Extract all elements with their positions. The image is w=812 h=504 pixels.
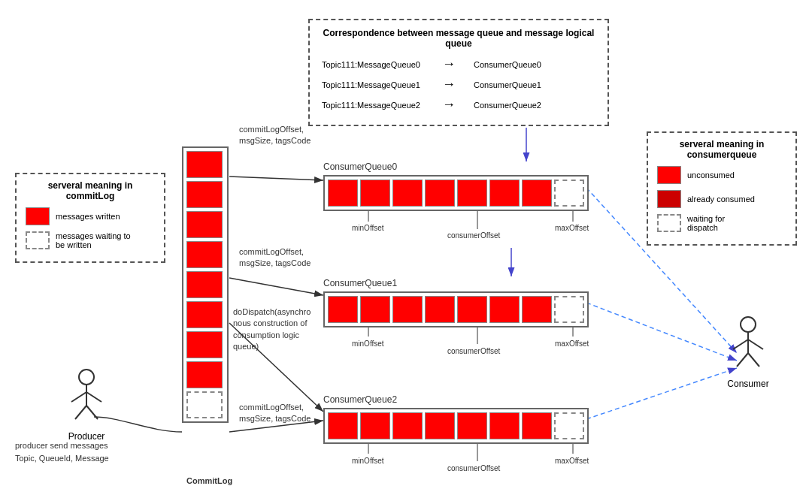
queue1-cell-3 <box>425 296 455 323</box>
correspondence-from-1: Topic111:MessageQueue1 <box>322 80 427 89</box>
annotation-arrow1: commitLogOffset,msgSize, tagsCode <box>239 124 311 147</box>
queue0-cell-3 <box>425 180 455 207</box>
svg-line-4 <box>229 278 323 295</box>
queue1-cell-0 <box>328 296 358 323</box>
queue0-cell-6 <box>522 180 552 207</box>
annotation-arrow2: commitLogOffset,msgSize, tagsCode <box>239 246 311 270</box>
queue1-max-offset: maxOffset <box>555 340 589 348</box>
queue1-cell-6 <box>522 296 552 323</box>
correspondence-legend: Correspondence between message queue and… <box>308 19 609 126</box>
correspondence-row-2: Topic111:MessageQueue2 → ConsumerQueue2 <box>322 97 595 113</box>
legend-label-written: messages written <box>56 212 120 221</box>
queue0-max-offset: maxOffset <box>555 224 589 232</box>
red-box-consumed <box>657 190 681 208</box>
commitlog-cell-6 <box>186 331 223 358</box>
queue2-wrapper: ConsumerQueue2 <box>323 394 589 444</box>
commitlog-label: CommitLog <box>186 476 232 485</box>
commitlog-legend-title: serveral meaning incommitLog <box>26 180 155 201</box>
commitlog-cell-4 <box>186 271 223 298</box>
queue1-cell-5 <box>489 296 520 323</box>
commitlog-cell-1 <box>186 181 223 208</box>
consumerqueue-legend: serveral meaning inconsumerqueue unconsu… <box>647 131 797 246</box>
consumerqueue-legend-title: serveral meaning inconsumerqueue <box>657 139 786 160</box>
red-box-written <box>26 207 50 225</box>
svg-line-29 <box>86 406 98 419</box>
queue1-cells <box>323 291 589 327</box>
queue1-name: ConsumerQueue1 <box>323 278 589 288</box>
queue1-cell-7 <box>554 296 584 323</box>
queue1-cell-2 <box>392 296 423 323</box>
correspondence-title: Correspondence between message queue and… <box>322 28 595 49</box>
svg-line-28 <box>75 406 86 419</box>
correspondence-to-0: ConsumerQueue0 <box>474 60 541 69</box>
correspondence-from-0: Topic111:MessageQueue0 <box>322 60 427 69</box>
svg-line-26 <box>71 392 86 402</box>
consumer-label: Consumer <box>726 379 771 389</box>
cq-legend-consumed: already consumed <box>657 190 786 208</box>
cq-legend-dispatch: waiting fordispatch <box>657 214 786 232</box>
commitlog-cell-7 <box>186 361 223 388</box>
svg-line-32 <box>733 340 748 349</box>
queue0-wrapper: ConsumerQueue0 <box>323 161 589 211</box>
commitlog-legend-item-waiting: messages waiting tobe written <box>26 231 155 249</box>
dashed-box-waiting <box>26 231 50 249</box>
queue2-cell-3 <box>425 412 455 439</box>
commitlog-legend-item-written: messages written <box>26 207 155 225</box>
queue1-min-offset: minOffset <box>352 340 384 348</box>
diagram-container: Correspondence between message queue and… <box>0 0 812 504</box>
svg-line-35 <box>748 353 759 367</box>
correspondence-to-2: ConsumerQueue2 <box>474 101 541 110</box>
legend-label-consumed: already consumed <box>687 195 755 204</box>
queue2-consumer-offset: consumerOffset <box>447 464 500 472</box>
svg-point-24 <box>79 370 94 385</box>
queue0-cell-5 <box>489 180 520 207</box>
queue2-cell-5 <box>489 412 520 439</box>
queue0-consumer-offset: consumerOffset <box>447 231 500 240</box>
queue2-cells <box>323 408 589 444</box>
svg-line-27 <box>86 392 102 402</box>
queue2-min-offset: minOffset <box>352 457 384 465</box>
queue1-consumer-offset: consumerOffset <box>447 347 500 355</box>
producer-stick-figure <box>64 368 109 428</box>
queue2-cell-0 <box>328 412 358 439</box>
producer-subtext: producer send messagesTopic, QueueId, Me… <box>15 439 109 464</box>
queue2-cell-2 <box>392 412 423 439</box>
annotation-arrow4: commitLogOffset,msgSize, tagsCode <box>239 402 311 425</box>
legend-label-waiting: messages waiting tobe written <box>56 231 131 249</box>
queue0-cells <box>323 175 589 211</box>
queue0-cell-2 <box>392 180 423 207</box>
commitlog-legend: serveral meaning incommitLog messages wr… <box>15 173 165 263</box>
queue2-cell-7 <box>554 412 584 439</box>
commitlog-cell-0 <box>186 151 223 178</box>
queue2-cell-1 <box>360 412 390 439</box>
queue1-wrapper: ConsumerQueue1 <box>323 278 589 327</box>
svg-line-34 <box>737 353 748 367</box>
queue0-cell-1 <box>360 180 390 207</box>
queue2-max-offset: maxOffset <box>555 457 589 465</box>
commitlog-column <box>182 146 229 423</box>
correspondence-row-0: Topic111:MessageQueue0 → ConsumerQueue0 <box>322 56 595 72</box>
dashed-box-dispatch <box>657 214 681 232</box>
queue0-cell-0 <box>328 180 358 207</box>
producer-figure: Producer <box>64 368 109 442</box>
correspondence-from-2: Topic111:MessageQueue2 <box>322 101 427 110</box>
svg-line-8 <box>586 303 737 361</box>
svg-point-30 <box>741 317 756 332</box>
annotation-dodispatch: doDispatch(asynchronous construction ofc… <box>233 306 311 353</box>
commitlog-cell-2 <box>186 211 223 238</box>
legend-label-dispatch: waiting fordispatch <box>687 214 725 232</box>
svg-line-3 <box>229 177 323 180</box>
consumer-stick-figure <box>726 315 771 376</box>
svg-line-33 <box>748 340 763 349</box>
queue0-min-offset: minOffset <box>352 224 384 232</box>
commitlog-cell-3 <box>186 241 223 268</box>
commitlog-cell-5 <box>186 301 223 328</box>
queue1-cell-1 <box>360 296 390 323</box>
red-box-unconsumed <box>657 166 681 184</box>
queue1-cell-4 <box>457 296 487 323</box>
correspondence-row-1: Topic111:MessageQueue1 → ConsumerQueue1 <box>322 77 595 92</box>
consumer-figure: Consumer <box>726 315 771 389</box>
svg-line-9 <box>586 368 737 419</box>
commitlog-cell-8 <box>186 391 223 418</box>
cq-legend-unconsumed: unconsumed <box>657 166 786 184</box>
